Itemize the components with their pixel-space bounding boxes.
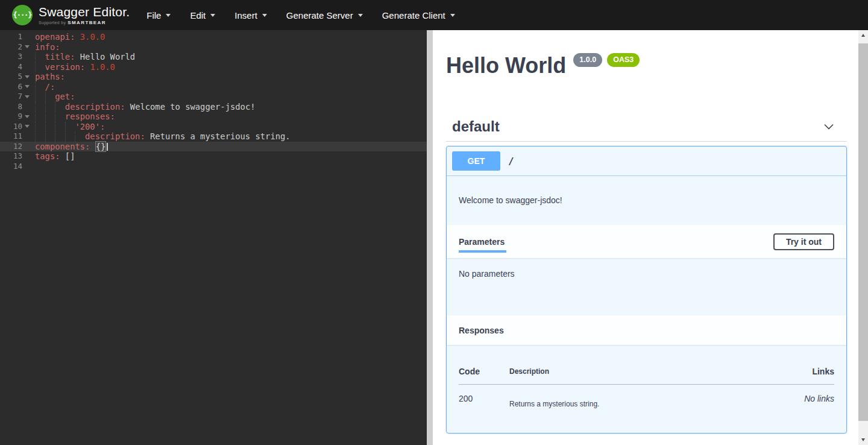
fold-arrow-icon[interactable] <box>25 75 30 78</box>
chevron-down-icon <box>450 14 455 17</box>
fold-arrow-icon[interactable] <box>25 125 30 128</box>
editor-line[interactable]: 4version: 1.0.0 <box>0 62 427 72</box>
token-key: description: <box>65 102 125 112</box>
fold-arrow-icon[interactable] <box>25 115 30 118</box>
line-number-gutter: 6 <box>0 82 33 92</box>
code-text: tags: [] <box>33 151 75 162</box>
editor-line[interactable]: 5paths: <box>0 72 427 82</box>
menu-label: Edit <box>190 10 206 21</box>
line-number-gutter: 5 <box>0 72 33 82</box>
scroll-up-arrow-icon[interactable] <box>858 30 868 40</box>
editor-line[interactable]: 8description: Welcome to swagger-jsdoc! <box>0 102 427 112</box>
menu-edit[interactable]: Edit <box>190 10 215 21</box>
line-number-gutter: 9 <box>0 112 33 122</box>
code-text: '200': <box>33 122 105 132</box>
pane-splitter[interactable] <box>427 30 433 445</box>
line-number: 4 <box>17 62 22 72</box>
code-text: components: {} <box>33 142 108 152</box>
response-links: No links <box>762 385 834 409</box>
line-number: 14 <box>13 162 22 172</box>
line-number: 6 <box>17 82 22 92</box>
code-text: version: 1.0.0 <box>33 62 115 72</box>
indent-guide <box>45 102 55 112</box>
code-text: description: Welcome to swagger-jsdoc! <box>33 102 256 112</box>
get-method-badge[interactable]: GET <box>452 151 500 171</box>
menu-bar: FileEditInsertGenerate ServerGenerate Cl… <box>146 10 455 21</box>
responses-section-header: Responses <box>447 315 846 345</box>
tag-section-header[interactable]: default <box>446 112 847 142</box>
line-number: 11 <box>13 131 22 142</box>
api-info-section: Hello World 1.0.0 OAS3 <box>446 53 847 78</box>
text-cursor <box>107 143 108 151</box>
menu-generate-client[interactable]: Generate Client <box>382 10 455 21</box>
line-number-gutter: 1 <box>0 32 33 42</box>
swagger-editor-logo[interactable]: {···} Swagger Editor. Supported bySMARTB… <box>12 5 130 25</box>
scroll-down-arrow-icon[interactable] <box>858 435 868 445</box>
editor-line[interactable]: 3title: Hello World <box>0 52 427 62</box>
token-key: version: <box>45 62 85 72</box>
fold-arrow-icon[interactable] <box>25 85 30 88</box>
editor-line[interactable]: 2info: <box>0 42 427 52</box>
chevron-down-icon[interactable] <box>823 121 835 133</box>
editor-line[interactable]: 11description: Returns a mysterious stri… <box>0 131 427 142</box>
line-number: 5 <box>17 72 22 82</box>
code-text: description: Returns a mysterious string… <box>33 131 291 142</box>
line-number-gutter: 4 <box>0 62 33 72</box>
supported-by-text: Supported by <box>39 21 66 25</box>
editor-line[interactable]: 9responses: <box>0 112 427 122</box>
indent-guide <box>45 92 55 102</box>
line-number: 12 <box>13 142 22 152</box>
chevron-down-icon <box>166 14 171 17</box>
editor-line[interactable]: 6/: <box>0 82 427 92</box>
oas3-badge: OAS3 <box>607 53 640 67</box>
indent-guide <box>55 102 65 112</box>
yaml-editor-pane[interactable]: 1openapi: 3.0.02info:3title: Hello World… <box>0 30 427 445</box>
editor-line[interactable]: 12components: {} <box>0 142 427 152</box>
token-key: paths: <box>35 72 65 81</box>
scrollbar-thumb[interactable] <box>858 43 868 421</box>
tab-parameters[interactable]: Parameters <box>459 237 505 253</box>
tag-name: default <box>452 118 500 135</box>
menu-generate-server[interactable]: Generate Server <box>286 10 363 21</box>
indent-guide <box>35 62 45 72</box>
token-key: description: <box>85 131 145 141</box>
responses-title: Responses <box>459 326 504 335</box>
editor-line[interactable]: 7get: <box>0 92 427 102</box>
menu-insert[interactable]: Insert <box>234 10 267 21</box>
editor-line[interactable]: 14 <box>0 162 427 172</box>
line-number-gutter: 10 <box>0 122 33 132</box>
editor-line[interactable]: 10'200': <box>0 122 427 132</box>
line-number-gutter: 13 <box>0 151 33 162</box>
line-number: 7 <box>17 92 22 102</box>
indent-guide <box>55 112 65 122</box>
line-number: 13 <box>13 151 22 162</box>
fold-arrow-icon[interactable] <box>25 95 30 98</box>
token-plain <box>90 142 95 151</box>
indent-guide <box>35 122 45 132</box>
indent-guide <box>65 122 75 132</box>
swagger-ui-preview-pane: Hello World 1.0.0 OAS3 default GET / <box>433 30 858 445</box>
line-number-gutter: 3 <box>0 52 33 62</box>
line-number-gutter: 14 <box>0 162 33 172</box>
indent-guide <box>35 112 45 122</box>
line-number-gutter: 2 <box>0 42 33 52</box>
supported-by-line: Supported bySMARTBEAR <box>39 20 130 25</box>
main-split: 1openapi: 3.0.02info:3title: Hello World… <box>0 30 868 445</box>
code-text: responses: <box>33 112 115 122</box>
no-parameters-text: No parameters <box>459 269 515 279</box>
menu-label: Generate Client <box>382 10 445 21</box>
try-it-out-button[interactable]: Try it out <box>773 233 834 250</box>
editor-line[interactable]: 13tags: [] <box>0 151 427 162</box>
responses-content: Code Description Links 200 Returns a mys… <box>447 345 846 433</box>
code-text: get: <box>33 92 75 102</box>
editor-line[interactable]: 1openapi: 3.0.0 <box>0 32 427 42</box>
indent-guide <box>55 122 65 132</box>
token-str: Returns a mysterious string. <box>150 131 291 141</box>
token-key: get: <box>55 92 75 101</box>
fold-arrow-icon[interactable] <box>25 45 30 48</box>
token-num: 1.0.0 <box>90 62 115 72</box>
operation-summary[interactable]: GET / <box>447 147 846 176</box>
menu-file[interactable]: File <box>146 10 171 21</box>
window-scrollbar[interactable] <box>858 30 868 445</box>
topbar: {···} Swagger Editor. Supported bySMARTB… <box>0 0 868 30</box>
